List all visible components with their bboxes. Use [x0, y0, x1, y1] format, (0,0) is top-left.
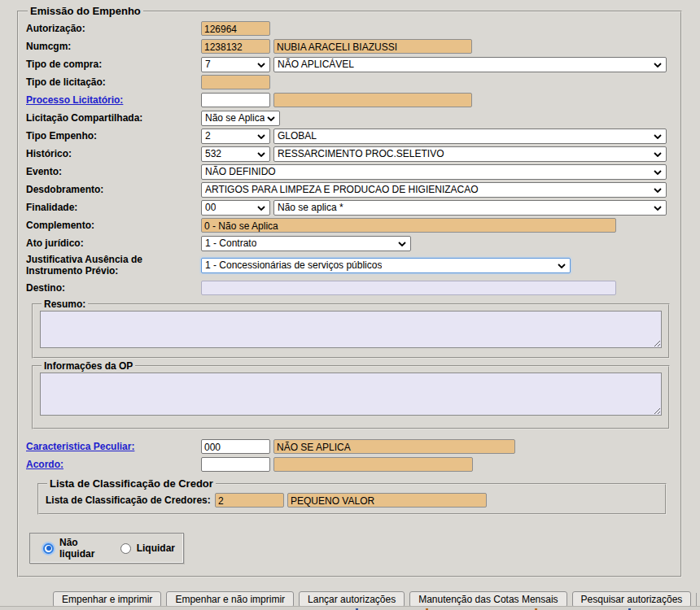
- ato-juridico-label: Ato jurídico:: [26, 237, 201, 249]
- nao-liquidar-radio-label: Não liquidar: [59, 537, 112, 560]
- resumo-fieldset: Resumo:: [32, 298, 670, 359]
- chevron-down-icon: [257, 152, 265, 157]
- tipo-empenho-code-select[interactable]: 2: [201, 129, 270, 144]
- finalidade-desc-select[interactable]: Não se aplica *: [273, 200, 667, 216]
- selected-value: Não se aplica *: [278, 202, 343, 213]
- button-bar-divider: [696, 593, 697, 607]
- desdobramento-label: Desdobramento:: [26, 184, 201, 195]
- row-ato-juridico: Ato jurídico: 1 - Contrato: [26, 236, 673, 251]
- processo-licitatorio-label: Processo Licitatório:: [26, 94, 201, 106]
- row-acordo: Acordo:: [26, 457, 673, 472]
- autorizacao-field: [201, 21, 270, 36]
- justificativa-label: Justificativa Ausência de Instrumento Pr…: [26, 254, 201, 277]
- finalidade-label: Finalidade:: [26, 202, 201, 213]
- chevron-down-icon: [257, 63, 265, 68]
- selected-value: 00: [205, 202, 216, 213]
- lancar-autorizacoes-button[interactable]: Lançar autorizações: [299, 591, 405, 608]
- acordo-link[interactable]: Acordo:: [26, 459, 63, 470]
- row-lista-credores: Lista de Classificação de Credores:: [46, 493, 658, 508]
- chevron-down-icon: [398, 242, 406, 246]
- processo-licitatorio-desc-field: [273, 93, 472, 107]
- selected-value: NÃO DEFINIDO: [205, 166, 276, 177]
- desdobramento-select[interactable]: ARTIGOS PARA LIMPEZA E PRODUCAO DE HIGIE…: [201, 182, 667, 198]
- row-caracteristica-peculiar: Caracteristica Peculiar:: [26, 439, 673, 454]
- row-autorizacao: Autorização:: [26, 21, 673, 36]
- tipo-empenho-desc-select[interactable]: GLOBAL: [273, 129, 667, 144]
- acordo-input[interactable]: [201, 457, 270, 472]
- selected-value: 1 - Concessionárias de serviços públicos: [205, 259, 382, 271]
- tipo-compra-code-select[interactable]: 7: [201, 57, 270, 72]
- evento-label: Evento:: [26, 166, 201, 177]
- row-tipo-compra: Tipo de compra: 7 NÃO APLICÁVEL: [26, 57, 673, 72]
- row-complemento: Complemento:: [26, 218, 673, 233]
- button-bar: Empenhar e imprimir Empenhar e não impri…: [53, 591, 697, 608]
- complemento-label: Complemento:: [26, 220, 201, 231]
- historico-desc-select[interactable]: RESSARCIMENTO PROC.SELETIVO: [273, 146, 667, 162]
- destino-field: [201, 281, 616, 295]
- chevron-down-icon: [654, 63, 662, 68]
- tipo-compra-desc-select[interactable]: NÃO APLICÁVEL: [273, 57, 667, 72]
- row-processo-licitatorio: Processo Licitatório:: [26, 93, 673, 107]
- licitacao-compartilhada-label: Licitação Compartilhada:: [26, 112, 201, 124]
- emissao-empenho-legend: Emissão do Empenho: [28, 5, 143, 17]
- lista-credores-code-field: [215, 493, 284, 508]
- processo-licitatorio-link[interactable]: Processo Licitatório:: [26, 94, 123, 106]
- chevron-down-icon: [654, 152, 662, 157]
- emissao-empenho-fieldset: Emissão do Empenho Autorização: Numcgm: …: [17, 5, 682, 577]
- caracteristica-peculiar-desc-field: [273, 439, 515, 454]
- footer-strip: [0, 606, 700, 610]
- historico-code-select[interactable]: 532: [201, 146, 270, 162]
- tipo-licitacao-field: [201, 75, 270, 89]
- empenhar-e-nao-imprimir-button[interactable]: Empenhar e não imprimir: [166, 591, 294, 608]
- resumo-textarea[interactable]: [40, 311, 662, 348]
- acordo-desc-field: [273, 457, 473, 472]
- caracteristica-peculiar-link[interactable]: Caracteristica Peculiar:: [26, 441, 134, 452]
- selected-value: 532: [205, 148, 221, 159]
- selected-value: RESSARCIMENTO PROC.SELETIVO: [278, 148, 444, 159]
- caracteristica-peculiar-input[interactable]: [201, 439, 270, 454]
- chevron-down-icon: [257, 206, 265, 211]
- empenhar-e-imprimir-button[interactable]: Empenhar e imprimir: [53, 591, 161, 608]
- chevron-down-icon: [257, 134, 265, 139]
- row-historico: Histórico: 532 RESSARCIMENTO PROC.SELETI…: [26, 146, 673, 161]
- ato-juridico-select[interactable]: 1 - Contrato: [201, 236, 411, 251]
- selected-value: Não se Aplica: [205, 112, 265, 124]
- resumo-legend: Resumo:: [42, 298, 88, 310]
- processo-licitatorio-input[interactable]: [201, 93, 270, 107]
- selected-value: NÃO APLICÁVEL: [278, 59, 354, 70]
- tipo-licitacao-label: Tipo de licitação:: [26, 76, 201, 88]
- selected-value: ARTIGOS PARA LIMPEZA E PRODUCAO DE HIGIE…: [205, 184, 479, 195]
- liquidar-radio-group: Não liquidar Liquidar: [29, 533, 184, 564]
- selected-value: GLOBAL: [278, 130, 317, 142]
- finalidade-code-select[interactable]: 00: [201, 200, 270, 216]
- nao-liquidar-radio[interactable]: [43, 543, 54, 554]
- acordo-label: Acordo:: [26, 459, 201, 470]
- pesquisar-autorizacoes-button[interactable]: Pesquisar autorizações: [572, 591, 692, 608]
- caracteristica-peculiar-label: Caracteristica Peculiar:: [26, 441, 201, 452]
- selected-value: 7: [205, 59, 211, 70]
- autorizacao-label: Autorização:: [26, 23, 201, 34]
- lista-credores-label: Lista de Classificação de Credores:: [46, 495, 208, 506]
- chevron-down-icon: [267, 116, 275, 121]
- manutencao-cotas-mensais-button[interactable]: Manutenção das Cotas Mensais: [409, 591, 567, 608]
- row-justificativa: Justificativa Ausência de Instrumento Pr…: [26, 254, 673, 277]
- selected-value: 1 - Contrato: [205, 237, 256, 249]
- chevron-down-icon: [654, 188, 662, 193]
- lista-credores-desc-field: [287, 493, 487, 508]
- row-tipo-licitacao: Tipo de licitação:: [26, 75, 673, 89]
- informacoes-op-fieldset: Informações da OP: [32, 360, 670, 429]
- chevron-down-icon: [558, 264, 566, 268]
- lista-classificacao-credor-legend: Lista de Classificação de Credor: [47, 477, 216, 490]
- row-numcgm: Numcgm:: [26, 39, 673, 54]
- licitacao-compartilhada-select[interactable]: Não se Aplica: [201, 111, 280, 126]
- informacoes-op-textarea[interactable]: [40, 373, 662, 416]
- row-destino: Destino:: [26, 281, 673, 295]
- chevron-down-icon: [654, 170, 662, 175]
- liquidar-radio-label: Liquidar: [137, 542, 175, 554]
- numcgm-label: Numcgm:: [26, 41, 201, 52]
- justificativa-select[interactable]: 1 - Concessionárias de serviços públicos: [201, 258, 571, 273]
- liquidar-radio[interactable]: [120, 543, 131, 554]
- informacoes-op-legend: Informações da OP: [42, 360, 135, 372]
- evento-select[interactable]: NÃO DEFINIDO: [201, 164, 667, 180]
- lista-classificacao-credor-fieldset: Lista de Classificação de Credor Lista d…: [37, 477, 667, 515]
